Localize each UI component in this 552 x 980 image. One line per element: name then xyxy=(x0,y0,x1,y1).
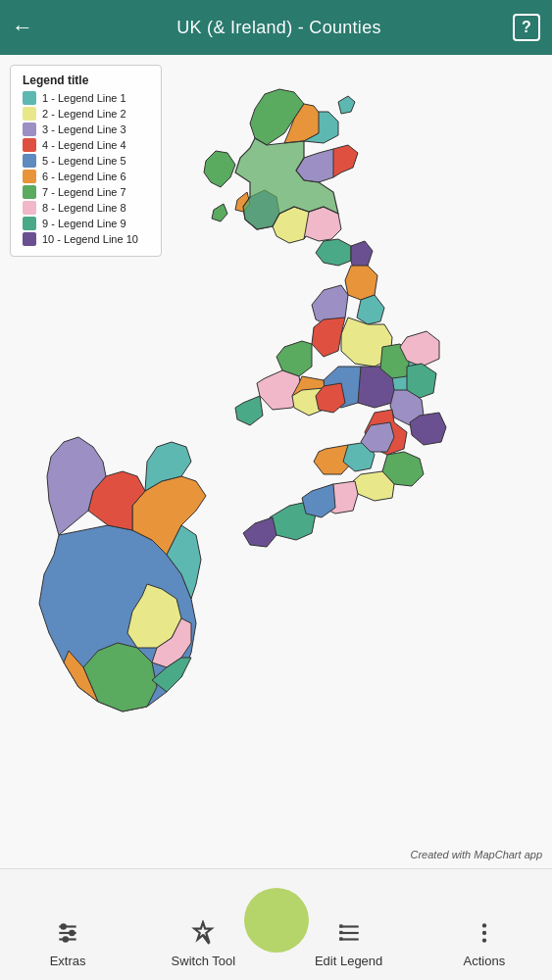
actions-nav-item[interactable]: Actions xyxy=(445,920,524,968)
list-icon xyxy=(336,920,362,950)
watermark: Created with MapChart app xyxy=(410,849,542,860)
extras-nav-item[interactable]: Extras xyxy=(28,920,107,968)
legend-item: 3 - Legend Line 3 xyxy=(23,122,149,136)
legend-swatch xyxy=(23,232,36,246)
bottom-nav: Extras Switch Tool Edit Legend xyxy=(0,868,552,980)
brush-icon xyxy=(190,920,216,950)
legend-item: 2 - Legend Line 2 xyxy=(23,107,149,121)
page-title: UK (& Ireland) - Counties xyxy=(45,18,513,38)
legend-item-label: 1 - Legend Line 1 xyxy=(42,92,126,104)
legend-swatch xyxy=(23,201,36,215)
legend-item-label: 7 - Legend Line 7 xyxy=(42,186,126,198)
legend-swatch xyxy=(23,107,36,121)
legend-item: 1 - Legend Line 1 xyxy=(23,91,149,105)
legend-swatch xyxy=(23,122,36,136)
actions-label: Actions xyxy=(464,954,506,968)
edit-legend-label: Edit Legend xyxy=(315,954,382,968)
legend-swatch xyxy=(23,91,36,105)
legend-item: 6 - Legend Line 6 xyxy=(23,170,149,183)
svg-point-14 xyxy=(482,923,486,927)
svg-point-16 xyxy=(482,938,486,942)
app-header: ← UK (& Ireland) - Counties ? xyxy=(0,0,552,55)
legend-item: 7 - Legend Line 7 xyxy=(23,185,149,199)
switch-tool-nav-item[interactable]: Switch Tool xyxy=(164,920,242,968)
legend-item-label: 8 - Legend Line 8 xyxy=(42,202,126,214)
legend-swatch xyxy=(23,185,36,199)
legend-item-label: 10 - Legend Line 10 xyxy=(42,233,138,245)
legend-item-label: 2 - Legend Line 2 xyxy=(42,108,126,120)
legend-item-label: 3 - Legend Line 3 xyxy=(42,123,126,135)
switch-tool-label: Switch Tool xyxy=(172,954,236,968)
legend-swatch xyxy=(23,217,36,230)
svg-point-5 xyxy=(64,937,68,941)
svg-point-15 xyxy=(482,931,486,935)
svg-point-4 xyxy=(70,931,74,935)
legend-item-label: 5 - Legend Line 5 xyxy=(42,155,126,167)
legend-item-label: 4 - Legend Line 4 xyxy=(42,139,126,151)
svg-rect-13 xyxy=(339,937,342,940)
sliders-icon xyxy=(55,920,80,950)
legend-swatch xyxy=(23,138,36,152)
extras-label: Extras xyxy=(50,954,86,968)
england-wales-counties xyxy=(235,266,446,547)
legend-item: 10 - Legend Line 10 xyxy=(23,232,149,246)
back-button[interactable]: ← xyxy=(12,15,33,40)
map-area: Legend title 1 - Legend Line 12 - Legend… xyxy=(0,55,552,868)
legend-item: 5 - Legend Line 5 xyxy=(23,154,149,168)
dots-vertical-icon xyxy=(472,920,497,950)
legend-title: Legend title xyxy=(23,74,149,87)
edit-legend-nav-item[interactable]: Edit Legend xyxy=(310,920,388,968)
legend-item: 4 - Legend Line 4 xyxy=(23,138,149,152)
legend: Legend title 1 - Legend Line 12 - Legend… xyxy=(10,65,162,257)
svg-point-3 xyxy=(62,924,66,928)
scotland-counties xyxy=(204,89,373,269)
fab-button[interactable] xyxy=(244,888,309,953)
svg-rect-11 xyxy=(339,924,342,927)
legend-item-label: 6 - Legend Line 6 xyxy=(42,171,126,182)
ireland-counties xyxy=(39,437,206,711)
legend-item-label: 9 - Legend Line 9 xyxy=(42,218,126,229)
svg-rect-12 xyxy=(339,931,342,934)
legend-item: 9 - Legend Line 9 xyxy=(23,217,149,230)
legend-swatch xyxy=(23,170,36,183)
legend-item: 8 - Legend Line 8 xyxy=(23,201,149,215)
legend-swatch xyxy=(23,154,36,168)
help-button[interactable]: ? xyxy=(513,14,540,41)
